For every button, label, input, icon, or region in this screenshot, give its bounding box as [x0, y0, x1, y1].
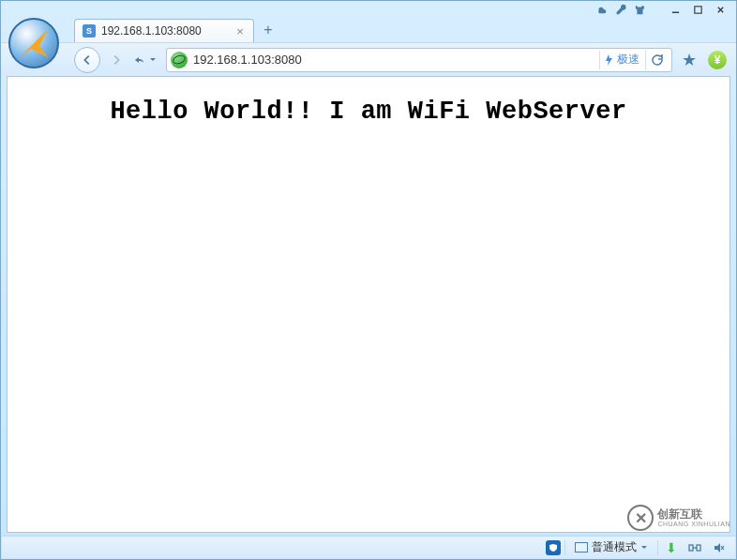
tab-title: 192.168.1.103:8080	[101, 24, 229, 38]
refresh-button[interactable]	[645, 50, 668, 70]
url-input[interactable]	[193, 53, 599, 67]
status-bar: 普通模式 ⬇	[2, 536, 735, 558]
back-button[interactable]	[74, 47, 100, 73]
forward-button[interactable]	[106, 50, 127, 70]
favorites-button[interactable]: ★	[678, 49, 700, 71]
browser-tab[interactable]: S 192.168.1.103:8080 ×	[74, 19, 254, 42]
wrench-icon[interactable]	[614, 3, 627, 16]
star-icon: ★	[682, 50, 697, 70]
page-heading: Hello World!! I am WiFi WebServer	[8, 98, 729, 126]
cloud-icon[interactable]	[595, 3, 609, 16]
money-button[interactable]: ¥	[706, 49, 729, 71]
svg-rect-1	[694, 6, 700, 12]
browser-window: S 192.168.1.103:8080 × + 极速	[0, 0, 737, 560]
navigation-toolbar: 极速 ★ ¥	[1, 42, 736, 76]
display-mode-button[interactable]: 普通模式	[569, 539, 654, 556]
address-bar[interactable]: 极速	[166, 48, 672, 72]
tab-bar: S 192.168.1.103:8080 × +	[1, 18, 736, 42]
maximize-button[interactable]	[689, 3, 706, 16]
currency-icon: ¥	[708, 51, 727, 69]
mode-label: 普通模式	[592, 539, 637, 555]
tab-close-button[interactable]: ×	[234, 25, 246, 37]
watermark-text: 创新互联	[657, 508, 730, 521]
watermark-subtext: CHUANG XINHULIAN	[657, 521, 730, 527]
download-button[interactable]: ⬇	[662, 539, 681, 556]
app-logo[interactable]	[8, 18, 59, 68]
network-button[interactable]	[684, 539, 705, 556]
globe-icon	[171, 52, 188, 68]
undo-dropdown[interactable]	[132, 53, 157, 67]
close-button[interactable]	[712, 3, 729, 16]
mute-button[interactable]	[709, 539, 729, 556]
page-content: Hello World!! I am WiFi WebServer	[7, 76, 730, 533]
svg-rect-3	[697, 545, 700, 551]
security-badge-icon[interactable]	[546, 540, 561, 555]
tab-favicon: S	[83, 24, 96, 38]
watermark: ✕ 创新互联 CHUANG XINHULIAN	[627, 505, 730, 531]
skin-icon[interactable]	[633, 3, 646, 16]
download-icon: ⬇	[666, 540, 677, 555]
minimize-button[interactable]	[667, 3, 684, 16]
speed-mode-button[interactable]: 极速	[599, 51, 645, 69]
window-controls-bar	[1, 1, 736, 18]
speed-label: 极速	[617, 52, 639, 68]
new-tab-button[interactable]: +	[258, 20, 278, 40]
svg-rect-2	[689, 545, 693, 551]
watermark-logo-icon: ✕	[627, 505, 654, 531]
monitor-icon	[575, 542, 588, 552]
